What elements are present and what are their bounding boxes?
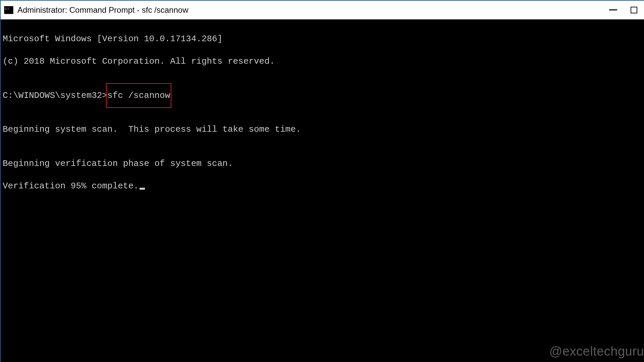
output-line: (c) 2018 Microsoft Corporation. All righ…	[3, 56, 642, 67]
window-title: Administrator: Command Prompt - sfc /sca…	[17, 5, 609, 15]
progress-line: Verification 95% complete.	[3, 181, 642, 192]
command-prompt-window: C:\ Administrator: Command Prompt - sfc …	[0, 0, 644, 362]
cursor-icon	[140, 188, 145, 190]
output-line: Beginning system scan. This process will…	[3, 124, 642, 135]
output-line: Beginning verification phase of system s…	[3, 158, 642, 170]
prompt-line: C:\WINDOWS\system32>sfc /scannow	[3, 90, 642, 102]
output-line: Microsoft Windows [Version 10.0.17134.28…	[3, 34, 642, 45]
watermark-text: @exceltechguru	[549, 344, 644, 359]
titlebar[interactable]: C:\ Administrator: Command Prompt - sfc …	[1, 1, 644, 19]
progress-text: Verification 95% complete.	[3, 181, 139, 191]
command-text: sfc /scannow	[107, 90, 170, 101]
cmd-icon: C:\	[4, 6, 13, 14]
terminal-output[interactable]: Microsoft Windows [Version 10.0.17134.28…	[1, 19, 644, 362]
prompt-text: C:\WINDOWS\system32>	[3, 90, 107, 101]
cmd-icon-text: C:\	[5, 7, 9, 10]
minimize-button[interactable]	[609, 9, 617, 10]
window-controls	[609, 7, 641, 13]
maximize-button[interactable]	[631, 7, 637, 13]
